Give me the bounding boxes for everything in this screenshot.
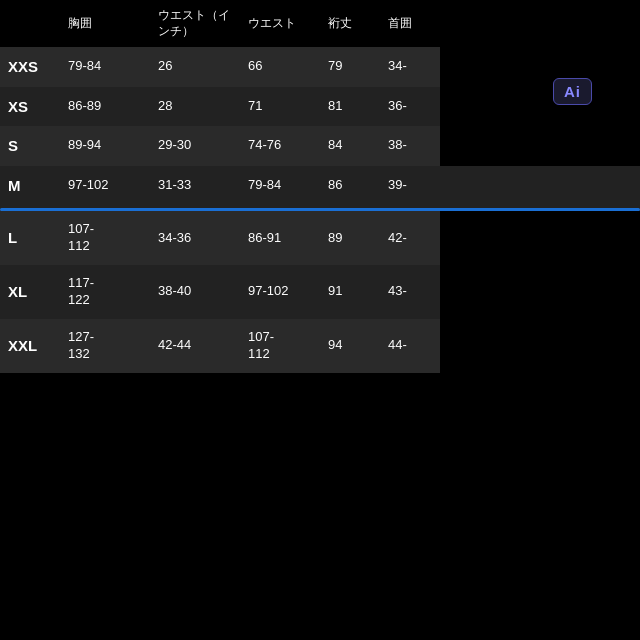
waist-cell: 79-84 — [240, 166, 320, 212]
table-header-row: 胸囲 ウエスト（インチ） ウエスト 裄丈 首囲 — [0, 0, 640, 47]
neck-cell: 42- — [380, 211, 440, 265]
chest-cell: 117- 122 — [60, 265, 150, 319]
header-size — [0, 0, 60, 47]
table-row: XL117- 12238-4097-1029143- — [0, 265, 640, 319]
size-cell: XL — [0, 265, 60, 319]
sleeve-cell: 89 — [320, 211, 380, 265]
header-neck: 首囲 — [380, 0, 440, 47]
waist-inch-cell: 38-40 — [150, 265, 240, 319]
waist-inch-cell: 26 — [150, 47, 240, 87]
neck-cell: 38- — [380, 126, 440, 166]
waist-inch-cell: 34-36 — [150, 211, 240, 265]
table-row: M97-10231-3379-848639- — [0, 166, 640, 212]
ai-badge: Ai — [553, 78, 592, 105]
waist-cell: 107- 112 — [240, 319, 320, 373]
sleeve-cell: 94 — [320, 319, 380, 373]
chest-cell: 79-84 — [60, 47, 150, 87]
header-waist-inch: ウエスト（インチ） — [150, 0, 240, 47]
table-row: S89-9429-3074-768438- — [0, 126, 640, 166]
waist-cell: 74-76 — [240, 126, 320, 166]
waist-inch-cell: 42-44 — [150, 319, 240, 373]
size-cell: XS — [0, 87, 60, 127]
size-cell: M — [0, 166, 60, 212]
table-row: XXL127- 13242-44107- 1129444- — [0, 319, 640, 373]
size-chart-container: 胸囲 ウエスト（インチ） ウエスト 裄丈 首囲 XXS79-8426667934… — [0, 0, 640, 640]
header-chest: 胸囲 — [60, 0, 150, 47]
waist-inch-cell: 28 — [150, 87, 240, 127]
chest-cell: 107- 112 — [60, 211, 150, 265]
highlight-line — [0, 208, 640, 211]
sleeve-cell: 81 — [320, 87, 380, 127]
waist-cell: 66 — [240, 47, 320, 87]
sleeve-cell: 84 — [320, 126, 380, 166]
chest-cell: 86-89 — [60, 87, 150, 127]
chest-cell: 127- 132 — [60, 319, 150, 373]
sleeve-cell: 91 — [320, 265, 380, 319]
chest-cell: 97-102 — [60, 166, 150, 212]
sleeve-cell: 86 — [320, 166, 380, 212]
size-cell: XXL — [0, 319, 60, 373]
neck-cell: 36- — [380, 87, 440, 127]
size-cell: L — [0, 211, 60, 265]
table-row: XXS79-8426667934- — [0, 47, 640, 87]
neck-cell: 34- — [380, 47, 440, 87]
header-waist: ウエスト — [240, 0, 320, 47]
waist-cell: 86-91 — [240, 211, 320, 265]
waist-inch-cell: 29-30 — [150, 126, 240, 166]
header-sleeve: 裄丈 — [320, 0, 380, 47]
size-cell: S — [0, 126, 60, 166]
table-row: L107- 11234-3686-918942- — [0, 211, 640, 265]
waist-inch-cell: 31-33 — [150, 166, 240, 212]
waist-cell: 71 — [240, 87, 320, 127]
size-chart-table: 胸囲 ウエスト（インチ） ウエスト 裄丈 首囲 XXS79-8426667934… — [0, 0, 640, 373]
chest-cell: 89-94 — [60, 126, 150, 166]
neck-cell: 43- — [380, 265, 440, 319]
neck-cell: 44- — [380, 319, 440, 373]
size-cell: XXS — [0, 47, 60, 87]
sleeve-cell: 79 — [320, 47, 380, 87]
neck-cell: 39- — [380, 166, 440, 212]
waist-cell: 97-102 — [240, 265, 320, 319]
table-row: XS86-8928718136- — [0, 87, 640, 127]
